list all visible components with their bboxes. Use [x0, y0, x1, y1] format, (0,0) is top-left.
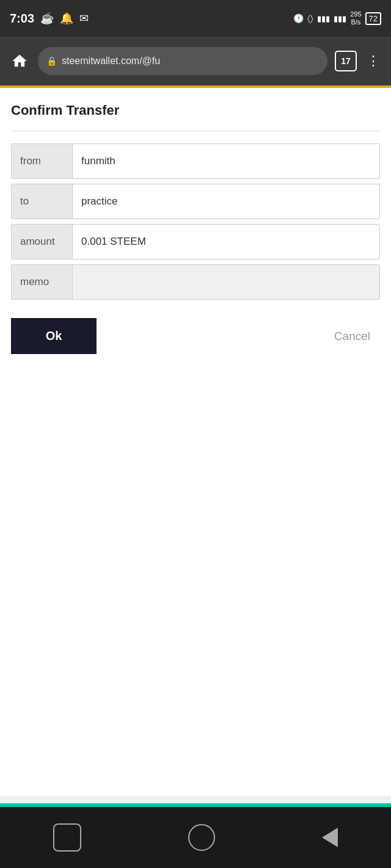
to-value: practice	[73, 184, 379, 219]
speed-indicator: 295B/s	[350, 10, 361, 26]
url-bar[interactable]: 🔒 steemitwallet.com/@fu	[38, 47, 327, 75]
page-content: Confirm Transfer from funmith to practic…	[0, 88, 391, 796]
bottom-nav-bar	[0, 807, 391, 868]
to-label: to	[12, 184, 73, 219]
tab-button[interactable]: 17	[335, 51, 357, 71]
status-left: 7:03 ☕ 🔔 ✉	[10, 12, 89, 26]
battery-indicator: 72	[365, 12, 381, 25]
status-right: 🕐 〈〉 ▮▮▮ ▮▮▮ 295B/s 72	[293, 10, 381, 26]
status-bar: 7:03 ☕ 🔔 ✉ 🕐 〈〉 ▮▮▮ ▮▮▮ 295B/s 72	[0, 0, 391, 37]
home-icon	[11, 52, 28, 70]
square-nav-button[interactable]	[53, 823, 81, 852]
lock-icon: 🔒	[46, 56, 57, 66]
whatsapp-icon: ☕	[40, 12, 54, 25]
notification-icon: 🔔	[60, 12, 73, 25]
browser-bar: 🔒 steemitwallet.com/@fu 17 ⋮	[0, 37, 391, 85]
amount-row: amount 0.001 STEEM	[11, 224, 380, 259]
signal-icon: ▮▮▮	[317, 14, 330, 23]
from-row: from funmith	[11, 143, 380, 179]
wifi-icon: 〈〉	[307, 13, 313, 24]
title-divider	[11, 131, 380, 131]
cancel-button[interactable]: Cancel	[324, 324, 380, 349]
memo-value	[73, 265, 379, 299]
menu-button[interactable]: ⋮	[364, 53, 382, 69]
gmail-icon: ✉	[79, 12, 89, 25]
back-nav-button[interactable]	[322, 828, 338, 847]
content-area: Confirm Transfer from funmith to practic…	[0, 88, 391, 803]
from-label: from	[12, 144, 73, 178]
circle-nav-button[interactable]	[188, 824, 215, 851]
to-row: to practice	[11, 184, 380, 219]
url-text: steemitwallet.com/@fu	[62, 56, 160, 67]
amount-value: 0.001 STEEM	[73, 225, 379, 259]
memo-label: memo	[12, 265, 73, 299]
bottom-teal-line	[0, 803, 391, 807]
signal2-icon: ▮▮▮	[334, 14, 346, 23]
status-time: 7:03	[10, 12, 34, 26]
page-title: Confirm Transfer	[11, 103, 380, 118]
buttons-area: Ok Cancel	[11, 318, 380, 354]
home-button[interactable]	[9, 50, 31, 72]
content-wrapper: Confirm Transfer from funmith to practic…	[0, 88, 391, 807]
clock-icon: 🕐	[293, 13, 304, 23]
amount-label: amount	[12, 225, 73, 259]
from-value: funmith	[73, 144, 379, 178]
memo-row: memo	[11, 264, 380, 300]
ok-button[interactable]: Ok	[11, 318, 97, 354]
